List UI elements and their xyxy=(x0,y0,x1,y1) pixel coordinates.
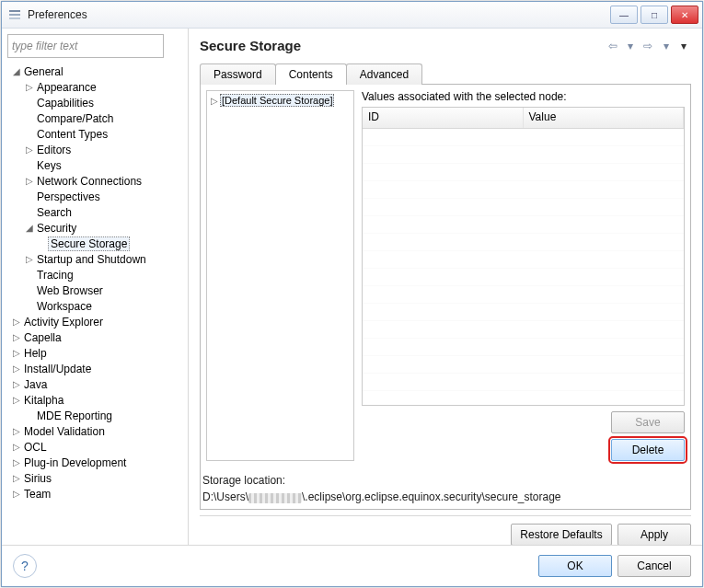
values-table: IDValue xyxy=(362,107,685,406)
tree-item-label: Search xyxy=(35,206,74,219)
tree-item-label: Startup and Shutdown xyxy=(35,253,148,266)
close-button[interactable]: ✕ xyxy=(671,6,698,24)
chevron-icon[interactable]: ▷ xyxy=(11,489,22,499)
cancel-button[interactable]: Cancel xyxy=(617,555,691,577)
tree-item-label: Kitalpha xyxy=(22,394,65,407)
chevron-icon[interactable]: ◢ xyxy=(11,66,22,76)
tree-item-general[interactable]: ◢General xyxy=(7,63,182,79)
tree-item-keys[interactable]: Keys xyxy=(7,157,182,173)
maximize-button[interactable]: □ xyxy=(641,6,668,24)
storage-tree-root[interactable]: [Default Secure Storage] xyxy=(220,94,334,107)
redacted-username xyxy=(248,493,302,503)
tree-item-capella[interactable]: ▷Capella xyxy=(7,329,182,345)
tree-item-label: Activity Explorer xyxy=(22,316,105,329)
tree-item-label: Workspace xyxy=(35,300,94,313)
tree-item-label: Tracing xyxy=(35,269,75,282)
ok-button[interactable]: OK xyxy=(538,555,612,577)
tree-item-label: Network Connections xyxy=(35,175,144,188)
tree-item-label: MDE Reporting xyxy=(35,409,114,422)
tree-item-label: Compare/Patch xyxy=(35,112,115,125)
tree-item-startup-and-shutdown[interactable]: ▷Startup and Shutdown xyxy=(7,251,182,267)
tree-item-mde-reporting[interactable]: MDE Reporting xyxy=(7,408,182,423)
tree-item-sirius[interactable]: ▷Sirius xyxy=(7,470,182,486)
chevron-icon[interactable]: ▷ xyxy=(11,473,22,483)
chevron-icon[interactable]: ▷ xyxy=(11,363,22,374)
chevron-icon[interactable]: ◢ xyxy=(24,223,35,233)
tree-item-workspace[interactable]: Workspace xyxy=(7,298,182,314)
chevron-icon[interactable]: ▷ xyxy=(24,82,35,92)
tree-item-perspectives[interactable]: Perspectives xyxy=(7,189,182,204)
chevron-icon[interactable]: ▷ xyxy=(11,317,22,327)
page-title: Secure Storage xyxy=(200,38,606,53)
tree-item-capabilities[interactable]: Capabilities xyxy=(7,95,182,110)
chevron-icon[interactable]: ▷ xyxy=(11,332,22,342)
minimize-button[interactable]: — xyxy=(610,6,638,24)
tree-item-ocl[interactable]: ▷OCL xyxy=(7,439,182,455)
help-icon[interactable]: ? xyxy=(13,554,37,578)
tree-item-java[interactable]: ▷Java xyxy=(7,376,182,392)
tree-item-search[interactable]: Search xyxy=(7,204,182,220)
back-icon[interactable]: ⇦ xyxy=(606,40,620,52)
tree-item-activity-explorer[interactable]: ▷Activity Explorer xyxy=(7,314,182,329)
storage-location-path: D:\Users\\.eclipse\org.eclipse.equinox.s… xyxy=(202,490,688,503)
tree-item-compare-patch[interactable]: Compare/Patch xyxy=(7,110,182,126)
chevron-icon[interactable]: ▷ xyxy=(11,442,22,452)
delete-button[interactable]: Delete xyxy=(611,439,685,461)
chevron-icon[interactable]: ▷ xyxy=(11,426,22,436)
svg-rect-0 xyxy=(9,10,20,12)
forward-menu-icon[interactable]: ▾ xyxy=(659,40,674,52)
tree-item-appearance[interactable]: ▷Appearance xyxy=(7,79,182,95)
chevron-icon[interactable]: ▷ xyxy=(24,176,35,186)
tree-item-web-browser[interactable]: Web Browser xyxy=(7,282,182,298)
preference-tree[interactable]: ◢General▷AppearanceCapabilitiesCompare/P… xyxy=(7,63,182,540)
tree-item-label: Sirius xyxy=(22,472,53,485)
chevron-icon[interactable]: ▷ xyxy=(11,379,22,389)
tab-advanced[interactable]: Advanced xyxy=(346,63,422,85)
app-icon xyxy=(7,7,22,22)
column-value[interactable]: Value xyxy=(524,108,685,128)
apply-button[interactable]: Apply xyxy=(617,524,691,546)
chevron-icon[interactable]: ▷ xyxy=(11,395,22,405)
storage-location-label: Storage location: xyxy=(202,474,688,487)
tree-item-editors[interactable]: ▷Editors xyxy=(7,142,182,157)
tree-item-security[interactable]: ◢Security xyxy=(7,220,182,236)
sidebar: ◢General▷AppearanceCapabilitiesCompare/P… xyxy=(2,29,189,546)
tree-item-plug-in-development[interactable]: ▷Plug-in Development xyxy=(7,455,182,470)
tree-item-model-validation[interactable]: ▷Model Validation xyxy=(7,423,182,439)
storage-tree[interactable]: ▷ [Default Secure Storage] xyxy=(206,90,354,461)
tree-item-label: Plug-in Development xyxy=(22,456,128,469)
chevron-icon[interactable]: ▷ xyxy=(24,144,35,155)
column-id[interactable]: ID xyxy=(363,108,524,128)
filter-input[interactable] xyxy=(7,34,164,58)
tab-password[interactable]: Password xyxy=(200,63,276,85)
restore-defaults-button[interactable]: Restore Defaults xyxy=(511,524,612,546)
tree-item-label: Help xyxy=(22,347,49,360)
tree-item-help[interactable]: ▷Help xyxy=(7,345,182,361)
tree-item-label: Keys xyxy=(35,159,63,172)
tabs: PasswordContentsAdvanced xyxy=(189,57,702,84)
tree-item-label: Team xyxy=(22,488,52,501)
chevron-icon[interactable]: ▷ xyxy=(11,348,22,358)
tree-item-label: Java xyxy=(22,378,49,391)
tree-item-tracing[interactable]: Tracing xyxy=(7,267,182,282)
back-menu-icon[interactable]: ▾ xyxy=(623,40,638,52)
chevron-icon[interactable]: ▷ xyxy=(24,254,35,264)
tree-item-install-update[interactable]: ▷Install/Update xyxy=(7,361,182,376)
footer: ? OK Cancel xyxy=(2,545,702,586)
tree-item-secure-storage[interactable]: Secure Storage xyxy=(7,236,182,251)
tree-item-kitalpha[interactable]: ▷Kitalpha xyxy=(7,392,182,408)
tree-item-label: Appearance xyxy=(35,81,98,94)
tree-item-team[interactable]: ▷Team xyxy=(7,486,182,502)
tree-item-network-connections[interactable]: ▷Network Connections xyxy=(7,173,182,189)
chevron-right-icon[interactable]: ▷ xyxy=(209,96,220,106)
view-menu-icon[interactable]: ▾ xyxy=(676,40,691,52)
content-area: Secure Storage ⇦ ▾ ⇨ ▾ ▾ PasswordContent… xyxy=(189,29,702,546)
svg-rect-1 xyxy=(9,14,20,16)
save-button[interactable]: Save xyxy=(611,411,685,433)
window-title: Preferences xyxy=(28,8,610,21)
titlebar[interactable]: Preferences — □ ✕ xyxy=(2,2,702,29)
forward-icon[interactable]: ⇨ xyxy=(641,40,655,52)
chevron-icon[interactable]: ▷ xyxy=(11,457,22,467)
tab-contents[interactable]: Contents xyxy=(275,63,347,85)
tree-item-content-types[interactable]: Content Types xyxy=(7,126,182,142)
